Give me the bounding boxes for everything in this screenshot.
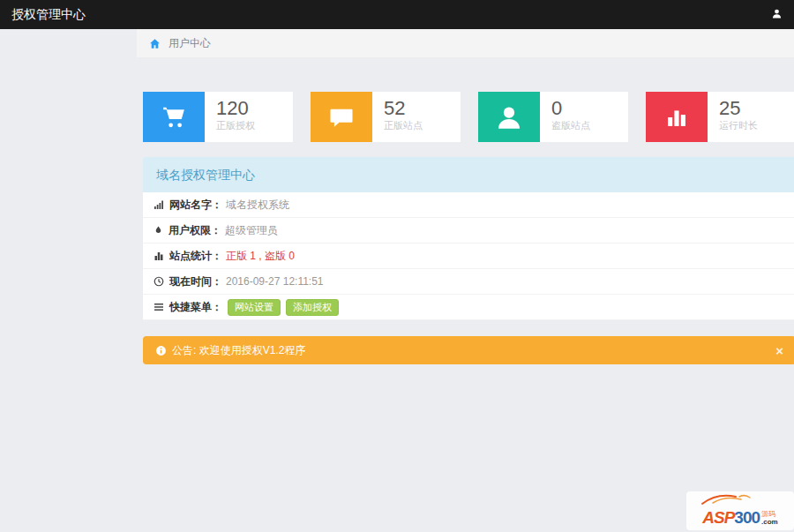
domain-auth-panel: 域名授权管理中心 网站名字： 域名授权系统 用户权限： 超级管理员 站点统计： … xyxy=(143,157,794,320)
add-authorization-button[interactable]: 添加授权 xyxy=(286,299,339,316)
logo-text: ASP300 源码 .com xyxy=(702,509,777,526)
info-icon xyxy=(155,345,167,356)
user-icon xyxy=(771,7,783,23)
site-settings-button[interactable]: 网站设置 xyxy=(228,299,281,316)
row-label: 用户权限： xyxy=(169,223,221,238)
stat-card-pirated-sites[interactable]: 0 盗版站点 xyxy=(478,92,628,142)
stat-value: 0 xyxy=(551,98,628,119)
home-icon[interactable] xyxy=(149,38,161,49)
row-label: 网站名字： xyxy=(169,198,222,213)
stat-body: 25 运行时长 xyxy=(708,92,794,142)
row-current-time: 现在时间： 2016-09-27 12:11:51 xyxy=(143,269,794,295)
flame-icon xyxy=(700,492,755,509)
row-label: 现在时间： xyxy=(169,274,222,289)
row-value: 2016-09-27 12:11:51 xyxy=(226,275,324,288)
stat-card-genuine-sites[interactable]: 52 正版站点 xyxy=(311,92,461,142)
stat-body: 0 盗版站点 xyxy=(540,92,628,142)
row-label: 站点统计： xyxy=(169,249,222,264)
row-user-role: 用户权限： 超级管理员 xyxy=(143,218,794,244)
logo-asp: ASP xyxy=(702,509,734,526)
stat-card-uptime[interactable]: 25 运行时长 xyxy=(646,92,794,142)
user-menu-button[interactable] xyxy=(771,7,783,23)
stat-body: 120 正版授权 xyxy=(205,92,293,142)
breadcrumb-current: 用户中心 xyxy=(169,36,211,51)
top-navbar: 授权管理中心 xyxy=(0,0,794,29)
stat-value: 120 xyxy=(216,98,293,119)
announcement-alert: 公告: 欢迎使用授权V1.2程序 × xyxy=(143,336,794,364)
stat-label: 正版授权 xyxy=(216,119,293,132)
stat-value: 52 xyxy=(384,98,461,119)
logo-stack: 源码 .com xyxy=(761,510,778,526)
asp300-logo: ASP300 源码 .com xyxy=(686,491,794,530)
row-label: 快捷菜单： xyxy=(169,300,222,315)
main-content: 120 正版授权 52 正版站点 0 盗版站点 xyxy=(143,92,794,364)
panel-title: 域名授权管理中心 xyxy=(143,157,794,192)
row-quick-menu: 快捷菜单： 网站设置 添加授权 xyxy=(143,295,794,320)
breadcrumb: 用户中心 xyxy=(137,29,794,58)
logo-domain: .com xyxy=(761,518,778,526)
stat-body: 52 正版站点 xyxy=(372,92,461,142)
cart-icon xyxy=(143,92,205,142)
row-value-stats: 正版 1 , 盗版 0 xyxy=(226,249,295,264)
stat-label: 运行时长 xyxy=(719,119,794,132)
signal-icon xyxy=(154,199,164,210)
stats-row: 120 正版授权 52 正版站点 0 盗版站点 xyxy=(143,92,794,142)
logo-num: 300 xyxy=(734,509,760,526)
announcement-text: 公告: 欢迎使用授权V1.2程序 xyxy=(172,343,305,358)
bar-chart-icon xyxy=(646,92,708,142)
stat-label: 正版站点 xyxy=(384,119,461,132)
logo-suffix: 源码 xyxy=(761,510,778,518)
comment-icon xyxy=(311,92,372,142)
bar-chart-icon xyxy=(154,251,164,261)
row-site-stats: 站点统计： 正版 1 , 盗版 0 xyxy=(143,244,794,269)
row-site-name: 网站名字： 域名授权系统 xyxy=(143,192,794,218)
stat-card-licensed[interactable]: 120 正版授权 xyxy=(143,92,293,142)
app-title: 授权管理中心 xyxy=(11,7,86,23)
stat-value: 25 xyxy=(719,98,794,119)
stat-label: 盗版站点 xyxy=(551,119,628,132)
row-value: 超级管理员 xyxy=(225,223,278,238)
row-value: 域名授权系统 xyxy=(226,198,289,213)
close-icon[interactable]: × xyxy=(775,344,783,357)
list-icon xyxy=(154,302,164,312)
tint-icon xyxy=(154,225,163,236)
user-icon xyxy=(478,92,540,142)
clock-icon xyxy=(154,276,164,287)
